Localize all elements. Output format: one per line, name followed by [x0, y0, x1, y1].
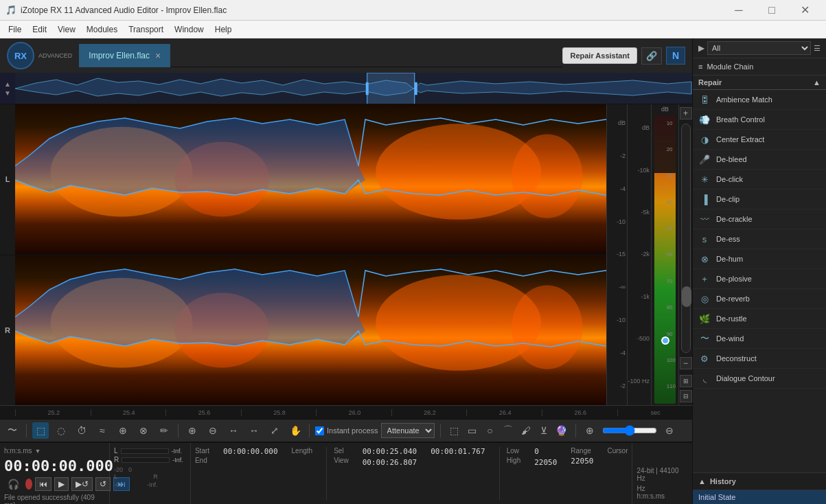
- spectral-l-channel[interactable]: [15, 104, 606, 255]
- minimize-button[interactable]: ─: [723, 0, 755, 21]
- zoom-fit-button[interactable]: ⊞: [680, 375, 692, 387]
- statusbar: h:m:s.ms ▼ 00:00:00.000 🎧 ⏮ ▶ ▶↺ ↺ ⏭ Fil…: [0, 442, 692, 504]
- zoom-in-button[interactable]: ⊕: [184, 422, 200, 439]
- paint-btn[interactable]: 🖌: [518, 422, 534, 439]
- freq-zoom-scrollbar[interactable]: [681, 124, 691, 353]
- level-inf-vals: -Inf. -Inf.: [114, 481, 186, 488]
- waveform-view-button[interactable]: 〜: [4, 422, 21, 439]
- menu-window[interactable]: Window: [169, 23, 209, 36]
- time-select-button[interactable]: ⏱: [73, 422, 90, 439]
- timecode-header: h:m:s.ms ▼: [4, 447, 105, 455]
- module-item-de-crackle[interactable]: 〰De-crackle: [693, 209, 826, 229]
- menu-view[interactable]: View: [52, 23, 81, 36]
- zoom-slider[interactable]: [602, 425, 657, 436]
- select-btn-2[interactable]: ⬚: [446, 422, 463, 439]
- module-item-de-wind[interactable]: 〜De-wind: [693, 329, 826, 349]
- module-item-de-clip[interactable]: ▐De-clip: [693, 190, 826, 209]
- magic-wand-button[interactable]: ⊗: [135, 422, 152, 439]
- play-button[interactable]: ▶: [54, 477, 69, 491]
- module-item-dialogue-contour[interactable]: ◟Dialogue Contour: [693, 369, 826, 389]
- freq-zoom-thumb[interactable]: [682, 286, 691, 307]
- loop-play-button[interactable]: ▶↺: [71, 477, 93, 491]
- repair-assistant-header-button[interactable]: Repair Assistant: [562, 47, 636, 64]
- oval-select-btn[interactable]: ○: [482, 422, 498, 439]
- freq-select-button[interactable]: ≈: [94, 422, 111, 439]
- module-filter-select[interactable]: All: [707, 41, 811, 55]
- db-15-label: -15: [607, 251, 627, 257]
- all-play-button[interactable]: ▶: [698, 43, 704, 53]
- zoom-in-right-button[interactable]: ⊕: [582, 422, 598, 439]
- module-item-ambience-match[interactable]: 🎛Ambience Match: [693, 90, 826, 110]
- module-item-de-ess[interactable]: sDe-ess: [693, 229, 826, 249]
- close-button[interactable]: ✕: [789, 0, 821, 21]
- overview-canvas[interactable]: [15, 73, 692, 104]
- smart-btn[interactable]: 🔮: [553, 422, 570, 439]
- eraser-btn[interactable]: ⊻: [536, 422, 552, 439]
- menu-file[interactable]: File: [3, 23, 27, 36]
- db-ticks: 10 20 30 40 50 60 70 80 90 100 110: [667, 110, 676, 400]
- logo-subtitle: ADVANCED: [38, 52, 72, 59]
- zoom-select-button[interactable]: ⊕: [115, 422, 131, 439]
- timecode-dropdown[interactable]: ▼: [35, 448, 41, 455]
- lasso-tool-button[interactable]: ◌: [53, 422, 69, 439]
- module-item-de-reverb[interactable]: ◎De-reverb: [693, 289, 826, 309]
- module-item-de-bleed[interactable]: 🎤De-bleed: [693, 150, 826, 170]
- waveform-overview[interactable]: ▲ ▼: [0, 73, 692, 104]
- history-item[interactable]: Initial State: [693, 490, 826, 504]
- maximize-button[interactable]: □: [756, 0, 788, 21]
- module-item-de-rustle[interactable]: 🌿De-rustle: [693, 309, 826, 329]
- module-item-deconstruct[interactable]: ⚙Deconstruct: [693, 349, 826, 369]
- repair-collapse-button[interactable]: Repair ▲: [698, 78, 821, 87]
- select-tool-button[interactable]: ⬚: [32, 422, 49, 439]
- zoom-out-right-button[interactable]: ⊖: [661, 422, 678, 439]
- transport-controls: 🎧 ⏮ ▶ ▶↺ ↺ ⏭: [4, 477, 105, 491]
- link-icon-button[interactable]: 🔗: [641, 47, 662, 65]
- zoom-selection-button[interactable]: ⤢: [266, 422, 283, 439]
- level-r-row: R -Inf.: [114, 456, 186, 463]
- channel-r-label: R: [0, 255, 15, 406]
- box-select-btn[interactable]: ▭: [464, 422, 481, 439]
- selection-handle-left[interactable]: [366, 82, 369, 94]
- tab-close-button[interactable]: ×: [155, 50, 161, 61]
- zoom-time-out-button[interactable]: ↔: [246, 422, 262, 439]
- menu-modules[interactable]: Modules: [81, 23, 123, 36]
- tab-improv-ellen[interactable]: Improv Ellen.flac ×: [79, 44, 170, 67]
- menu-help[interactable]: Help: [209, 23, 238, 36]
- selection-handle-right[interactable]: [415, 82, 417, 94]
- attenuate-select[interactable]: Attenuate: [381, 423, 435, 438]
- headphones-button[interactable]: 🎧: [4, 477, 23, 491]
- module-item-de-plosive[interactable]: +De-plosive: [693, 269, 826, 289]
- vu-indicator: [661, 336, 669, 345]
- collapse-overview-button[interactable]: ▲ ▼: [0, 73, 15, 104]
- menu-edit[interactable]: Edit: [27, 23, 52, 36]
- zoom-options-button[interactable]: ⊟: [680, 390, 692, 402]
- module-chain-row[interactable]: ≡ Module Chain: [693, 58, 826, 76]
- zoom-out-freq-button[interactable]: −: [680, 357, 692, 369]
- hand-tool-button[interactable]: ✋: [287, 422, 303, 439]
- instant-process-checkbox[interactable]: [315, 426, 324, 435]
- n-icon-button[interactable]: N: [666, 47, 685, 65]
- module-label-de-wind: De-wind: [716, 334, 744, 343]
- repair-section-header[interactable]: Repair ▲: [693, 76, 826, 90]
- zoom-in-freq-button[interactable]: +: [680, 107, 692, 119]
- spectral-r-channel[interactable]: [15, 255, 606, 405]
- zoom-out-button[interactable]: ⊖: [205, 422, 221, 439]
- module-item-breath-control[interactable]: 💨Breath Control: [693, 110, 826, 130]
- module-chain-label: Module Chain: [707, 62, 753, 71]
- menu-transport[interactable]: Transport: [123, 23, 169, 36]
- module-item-de-hum[interactable]: ⊗De-hum: [693, 249, 826, 269]
- history-header[interactable]: ▲ History: [693, 473, 826, 490]
- go-start-button[interactable]: ⏮: [35, 477, 51, 491]
- view-label: View: [334, 457, 349, 464]
- module-item-center-extract[interactable]: ◑Center Extract: [693, 130, 826, 150]
- record-button[interactable]: [25, 479, 32, 490]
- toolbar-separator-4: [440, 424, 441, 437]
- loop-button[interactable]: ↺: [95, 477, 111, 491]
- zoom-time-in-button[interactable]: ↔: [225, 422, 242, 439]
- pencil-tool-button[interactable]: ✏: [156, 422, 172, 439]
- overview-selection[interactable]: [367, 73, 415, 104]
- spectral-container[interactable]: [15, 104, 606, 405]
- module-item-de-click[interactable]: ✳De-click: [693, 170, 826, 190]
- lasso-btn-2[interactable]: ⌒: [500, 422, 516, 439]
- module-filter-menu-button[interactable]: ☰: [814, 44, 821, 53]
